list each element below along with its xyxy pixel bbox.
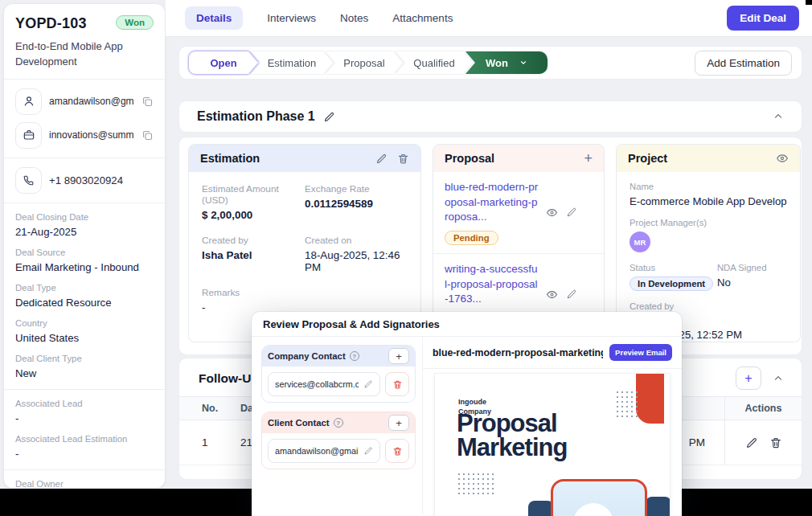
field-label: Exchange Rate <box>305 183 408 195</box>
field-value: 21-Aug-2025 <box>15 226 154 238</box>
collapse-followups-icon[interactable] <box>773 373 784 384</box>
proposal-file-link[interactable]: blue-red-modern-proposal-marketing-propo… <box>445 180 539 225</box>
divider <box>4 389 165 390</box>
add-client-contact-button[interactable]: + <box>388 415 409 431</box>
tab-details[interactable]: Details <box>185 6 243 30</box>
phase-title: Estimation Phase 1 <box>197 109 315 124</box>
edit-contact-icon[interactable] <box>363 379 373 389</box>
proposal-file-link[interactable]: writing-a-successful-proposal-proposal-1… <box>445 262 539 307</box>
stage-estimation[interactable]: Estimation <box>251 51 333 74</box>
nda-signed-field: NDA Signed No <box>717 263 787 291</box>
view-project-icon[interactable] <box>776 152 789 165</box>
field-label: Associated Lead Estimation <box>15 434 154 444</box>
preview-red-shape <box>636 374 664 424</box>
field-label: NDA Signed <box>717 263 787 272</box>
view-proposal-icon[interactable] <box>546 289 558 301</box>
copy-icon[interactable] <box>141 129 154 141</box>
field-label: Associated Lead <box>15 399 154 408</box>
edit-followup-icon[interactable] <box>745 436 758 449</box>
field-value: 0.0112594589 <box>305 198 408 210</box>
edit-contact-icon[interactable] <box>363 446 373 456</box>
stage-proposal[interactable]: Proposal <box>326 51 403 74</box>
delete-contact-button[interactable] <box>385 439 409 463</box>
field-label: Deal Owner <box>15 479 154 489</box>
copy-icon[interactable] <box>141 96 154 108</box>
field-value: 18-Aug-2025, 12:46 PM <box>305 249 408 273</box>
contact-email-row: amandawilson@gmail.... <box>15 88 154 115</box>
edit-estimation-icon[interactable] <box>375 153 388 165</box>
project-card-title: Project <box>628 152 667 165</box>
edit-deal-button[interactable]: Edit Deal <box>727 6 799 31</box>
field-deal-client-type: Deal Client Type New <box>15 354 154 379</box>
project-name-field: Name E-commerce Mobile App Develop... <box>630 182 787 207</box>
add-proposal-icon[interactable]: + <box>584 151 593 166</box>
field-label: Deal Client Type <box>15 354 154 363</box>
cloud-icon <box>553 481 647 516</box>
exchange-rate-field: Exchange Rate 0.0112594589 <box>305 183 408 221</box>
add-followup-button[interactable]: + <box>736 367 761 390</box>
field-value: Isha Patel <box>202 249 305 261</box>
field-label: Created on <box>305 235 408 246</box>
delete-estimation-icon[interactable] <box>397 153 409 165</box>
avatar[interactable]: MR <box>630 231 650 252</box>
modal-title: Review Proposal & Add Signatories <box>252 312 682 337</box>
field-deal-type: Deal Type Dedicated Resource <box>15 283 154 309</box>
edit-proposal-icon[interactable] <box>566 289 577 301</box>
field-deal-closing-date: Deal Closing Date 21-Aug-2025 <box>15 212 154 238</box>
preview-email-button[interactable]: Preview Email <box>609 344 672 361</box>
edit-phase-icon[interactable] <box>323 111 335 123</box>
collapse-phase-icon[interactable] <box>773 111 784 122</box>
field-deal-source: Deal Source Email Marketing - Inbound <box>15 248 154 273</box>
tab-notes[interactable]: Notes <box>340 12 368 24</box>
deal-sidebar: YOPD-103 Won End-to-End Mobile App Devel… <box>3 3 166 489</box>
preview-dot-pattern <box>457 472 494 496</box>
deal-title: End-to-End Mobile App Development <box>15 39 154 70</box>
stage-won-label: Won <box>486 57 508 69</box>
company-contact-section: Company Contact ? + services@collabcrm.c… <box>261 345 416 403</box>
stage-qualified[interactable]: Qualified <box>396 51 473 74</box>
topbar: Details Interviews Notes Attachments Edi… <box>166 0 812 37</box>
client-contact-section: Client Contact ? + amandawilson@gmail.co… <box>261 412 416 469</box>
phone-icon <box>15 167 42 194</box>
company-contact-label: Company Contact <box>268 351 346 361</box>
help-icon[interactable]: ? <box>350 351 359 361</box>
phase-header-card: Estimation Phase 1 <box>178 100 802 133</box>
field-label: Name <box>630 182 787 191</box>
phone-row: +1 8903020924 <box>15 167 154 194</box>
tab-interviews[interactable]: Interviews <box>267 12 316 24</box>
field-value: Email Marketing - Inbound <box>15 261 154 273</box>
divider <box>4 469 165 470</box>
estimated-amount-field: Estimated Amount (USD) $ 2,00,000 <box>202 183 305 221</box>
divider <box>4 79 165 80</box>
company-email: innovations@summitte... <box>49 129 134 141</box>
created-on-field: Created on 18-Aug-2025, 12:46 PM <box>305 235 408 273</box>
field-label: Project Manager(s) <box>630 218 787 227</box>
person-icon <box>15 88 42 115</box>
deal-id: YOPD-103 <box>15 15 87 32</box>
stage-won[interactable]: Won <box>465 51 547 74</box>
field-label: Deal Closing Date <box>15 212 154 222</box>
field-value: - <box>15 412 154 424</box>
followup-no: 1 <box>179 436 228 448</box>
field-label: Deal Type <box>15 283 154 293</box>
stage-open[interactable]: Open <box>189 51 258 74</box>
company-contact-email: services@collabcrm.com <box>275 379 359 389</box>
tab-attachments[interactable]: Attachments <box>392 12 453 24</box>
edit-proposal-icon[interactable] <box>566 207 577 219</box>
signatories-panel: Company Contact ? + services@collabcrm.c… <box>252 337 422 514</box>
client-contact-label: Client Contact <box>268 418 330 428</box>
add-estimation-button[interactable]: Add Estimation <box>695 51 792 76</box>
add-company-contact-button[interactable]: + <box>388 348 409 364</box>
delete-followup-icon[interactable] <box>769 436 782 449</box>
field-value: - <box>15 448 154 460</box>
project-status-badge: In Development <box>630 276 713 291</box>
client-contact-row: amandawilson@gmail.com <box>268 439 380 463</box>
field-label: Estimated Amount (USD) <box>202 183 305 206</box>
delete-contact-button[interactable] <box>385 372 409 396</box>
divider <box>4 203 165 203</box>
project-managers-field: Project Manager(s) MR <box>630 218 787 252</box>
view-proposal-icon[interactable] <box>546 207 558 219</box>
help-icon[interactable]: ? <box>334 418 343 428</box>
remarks-field: Remarks - <box>202 287 305 313</box>
company-contact-row: services@collabcrm.com <box>268 372 380 396</box>
